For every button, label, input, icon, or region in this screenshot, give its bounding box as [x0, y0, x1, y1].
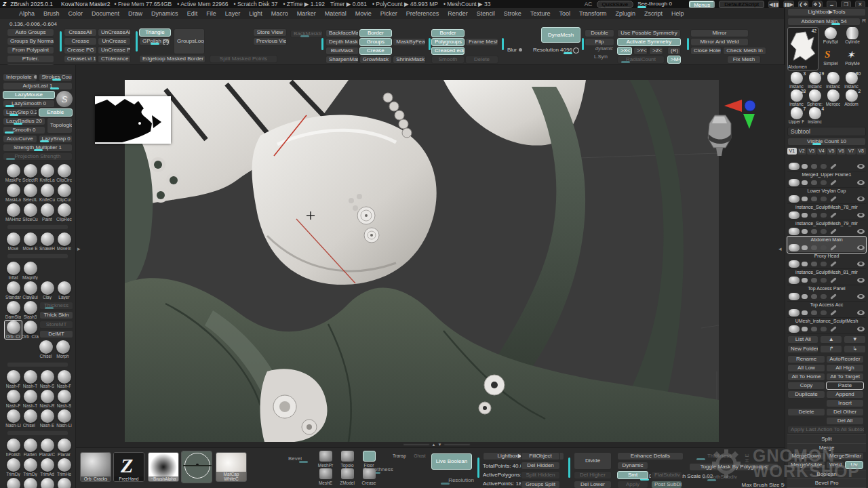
eye-icon[interactable]	[857, 229, 865, 234]
displacement-toggle-icon[interactable]	[821, 197, 827, 201]
shelf-button[interactable]: SharpenMask	[326, 56, 359, 64]
subtool-action-button[interactable]: Delete	[787, 408, 825, 416]
uv-toggle-icon[interactable]	[811, 278, 817, 283]
store-view-button[interactable]: Store View	[253, 28, 287, 37]
previous-view-button[interactable]: Previous View	[253, 37, 287, 45]
mode-icon-button[interactable]: Crease	[359, 468, 379, 486]
subtool-action-button[interactable]: All High	[826, 364, 864, 372]
del-lower-button[interactable]: Del Lower	[574, 481, 612, 488]
shelf-button[interactable]: Smooth	[431, 56, 465, 64]
tool-item[interactable]: PolySpt	[820, 27, 842, 48]
subtool-action-button[interactable]: MergeVisible	[787, 461, 825, 469]
brush-item[interactable]: Chisel	[37, 340, 54, 359]
version-tab[interactable]: V6	[837, 148, 846, 155]
brush-item[interactable]: KnifeCu	[39, 184, 56, 202]
brush-item[interactable]: Nash-S	[56, 390, 73, 408]
polypaint-toggle-icon[interactable]	[802, 294, 808, 299]
shelf-button[interactable]: UnCrease	[98, 37, 131, 45]
lazysnap-slider[interactable]: LazySnap 0	[39, 135, 73, 143]
tool-item[interactable]: PolyMe	[842, 49, 863, 70]
del-higher-button[interactable]: Del Higher	[574, 471, 612, 479]
subtool-action-button[interactable]: Del Other	[826, 408, 864, 416]
menu-item[interactable]: Transform	[579, 10, 607, 17]
shelf-button[interactable]: BlurMask	[326, 47, 359, 55]
transp-button[interactable]: Transp	[389, 452, 410, 459]
brush-item[interactable]: Magnify	[22, 262, 39, 280]
subtool-row[interactable]: Abdomen Main	[787, 237, 866, 253]
displacement-toggle-icon[interactable]	[821, 180, 827, 185]
subtool-row[interactable]: Proxy Head	[787, 253, 866, 269]
shelf-button[interactable]: Depth Mask	[326, 38, 359, 46]
menu-item[interactable]: Stencil	[477, 10, 495, 17]
shelf-button[interactable]: Groups By Normals	[7, 37, 54, 45]
visibility-button[interactable]: Del Hidden	[521, 462, 560, 470]
uv-toggle-icon[interactable]	[811, 262, 817, 266]
brush-item[interactable]: Clay	[39, 281, 56, 300]
brush-item[interactable]: Nash-R	[39, 390, 56, 408]
new-folder-button[interactable]: New Folder	[787, 345, 818, 353]
paint-toggle-icon[interactable]	[830, 163, 837, 169]
shelf-button[interactable]: UnCreaseAll	[98, 28, 131, 37]
shelf-button[interactable]: Polygroups	[431, 38, 465, 46]
brush-item[interactable]: ClipCirc	[56, 164, 73, 182]
brush-item[interactable]: Nash-E	[39, 409, 56, 428]
subtool-thumbnail[interactable]	[789, 325, 800, 333]
brush-item[interactable]: Slash3	[22, 301, 39, 319]
subtool-action-button[interactable]: Apply Last Action To All Subtoo	[787, 426, 865, 434]
lazystep-slider[interactable]: LazyStep 0.2	[3, 108, 37, 117]
brush-item[interactable]: ClipRec	[56, 203, 73, 222]
subtool-action-button[interactable]: All Low	[787, 364, 825, 372]
lazymouse-button[interactable]: LazyMouse	[3, 91, 55, 99]
subtool-row[interactable]: Top Access Acc	[787, 302, 866, 318]
paint-toggle-icon[interactable]	[830, 326, 837, 332]
apply-button[interactable]: Apply	[617, 481, 648, 488]
brush-item[interactable]: SnakeH	[39, 232, 56, 251]
visibility-button[interactable]: Split Hidden	[521, 471, 560, 479]
sym-y-button[interactable]: >Y<	[633, 47, 648, 55]
version-tab[interactable]: V8	[856, 148, 866, 155]
tool-item[interactable]: Sphere:	[806, 89, 824, 106]
move-down-button[interactable]: ▼	[844, 336, 866, 344]
eye-icon[interactable]	[857, 262, 865, 266]
toggle-mask-by-polygroups-button[interactable]: Toggle Mask By Polygroups	[689, 463, 778, 471]
subtool-thumbnail[interactable]	[789, 228, 800, 235]
lightbox-tools-button[interactable]: Lightbox▶Tools	[787, 8, 866, 16]
subtool-thumbnail[interactable]	[789, 309, 800, 317]
tool-item[interactable]: 3instanc	[787, 72, 806, 89]
alpha-thumbnail[interactable]: ~BrushAlpha	[148, 452, 179, 482]
brush-item[interactable]: Morph	[54, 340, 71, 359]
brush-item[interactable]: SelectL	[22, 184, 39, 202]
shelf-button[interactable]: Border	[359, 29, 393, 37]
subtool-row[interactable]	[787, 155, 866, 171]
subtool-row[interactable]: instance_SculptMesh_79_mir	[787, 220, 866, 237]
brush-item[interactable]: SelectR	[22, 164, 39, 182]
visibility-button[interactable]: FillObject	[521, 452, 560, 460]
eye-icon[interactable]	[857, 213, 865, 218]
subtool-action-button[interactable]: All To Home	[787, 373, 825, 381]
brush-item[interactable]: Smooth	[39, 478, 56, 488]
visibility-button[interactable]: Groups Split	[521, 481, 560, 488]
version-tab[interactable]: V1	[787, 148, 797, 155]
subtool-thumbnail[interactable]	[789, 195, 800, 203]
subtool-row[interactable]: instance_SculptMesh_81_mir	[787, 269, 866, 285]
uv-toggle-icon[interactable]	[811, 213, 817, 218]
gpolish-slider[interactable]: GPolish 50	[139, 37, 171, 45]
menu-item[interactable]: Dynamics	[151, 10, 178, 17]
menu-item[interactable]: Brush	[43, 10, 60, 17]
menu-item[interactable]: Light	[249, 10, 262, 17]
menu-item[interactable]: Macro	[271, 10, 288, 17]
menu-item[interactable]: Preferences	[406, 10, 439, 17]
brush-item[interactable]: Nash-T	[22, 390, 39, 408]
tool-item[interactable]: 2Abdom	[842, 89, 861, 106]
subtool-action-button[interactable]: MergeDown	[787, 452, 825, 460]
subtool-row[interactable]: Top Access Panel	[787, 285, 866, 302]
shelf-button[interactable]: Crease	[359, 47, 393, 55]
divide-button[interactable]: Divide	[574, 452, 612, 470]
brush-item[interactable]: Orb_Cra	[22, 321, 39, 339]
use-posable-symmetry-button[interactable]: Use Posable Symmetry	[617, 29, 681, 37]
paint-toggle-icon[interactable]	[830, 310, 837, 316]
shelf-button[interactable]: Border	[431, 29, 465, 37]
brush-item[interactable]: KnifeLa	[39, 164, 56, 182]
displacement-toggle-icon[interactable]	[821, 213, 827, 218]
menu-item[interactable]: Marker	[297, 10, 316, 17]
